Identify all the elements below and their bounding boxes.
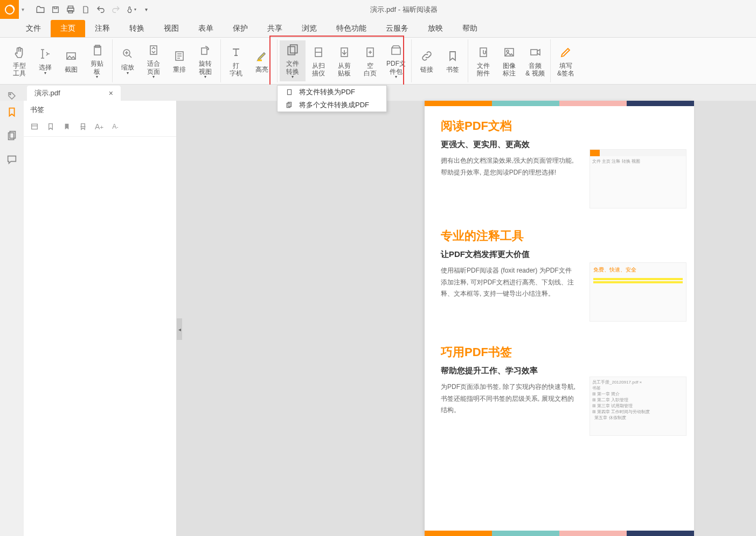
- image-annot-button[interactable]: 图像 标注: [496, 40, 522, 81]
- app-menu-dropdown-icon[interactable]: ▾: [19, 0, 27, 19]
- fill-sign-button[interactable]: 填写 &签名: [553, 40, 579, 81]
- doc-section-1: 阅读PDF文档 更强大、更实用、更高效 拥有出色的文档渲染效果,强大的页面管理功…: [425, 106, 694, 184]
- redo-icon[interactable]: [110, 4, 121, 15]
- print-icon[interactable]: [65, 4, 76, 15]
- page-stripe-bottom: [425, 531, 694, 536]
- fit-page-icon: [146, 43, 161, 58]
- close-tab-icon[interactable]: ×: [109, 89, 113, 98]
- reflow-icon: [172, 48, 187, 64]
- panel-toolbar: A+ A-: [24, 119, 176, 137]
- menu-convert[interactable]: 转换: [120, 20, 154, 37]
- section-heading: 阅读PDF文档: [441, 118, 678, 134]
- fit-page-button[interactable]: 适合 页面▾: [141, 40, 167, 81]
- reflow-button[interactable]: 重排: [167, 40, 192, 81]
- zoom-icon: [120, 46, 135, 61]
- undo-icon[interactable]: [95, 4, 106, 15]
- snapshot-icon: [64, 48, 79, 64]
- panel-delete-icon[interactable]: [78, 121, 88, 132]
- menu-help[interactable]: 帮助: [453, 20, 487, 37]
- menu-cloud[interactable]: 云服务: [376, 20, 418, 37]
- open-folder-icon[interactable]: [35, 4, 46, 15]
- section-body: 为PDF页面添加书签, 除了实现内容的快速导航,书签还能指明不同书签的层级关系,…: [441, 381, 575, 416]
- menu-comment[interactable]: 注释: [85, 20, 120, 37]
- snapshot-button[interactable]: 截图: [58, 40, 84, 81]
- rail-bookmark-icon[interactable]: [5, 105, 19, 119]
- svg-point-20: [507, 50, 509, 52]
- panel-new-bookmark-icon[interactable]: [61, 121, 72, 132]
- file-convert-icon: [285, 43, 300, 58]
- panel-collapse-handle[interactable]: ◂: [177, 318, 182, 340]
- package-icon: [389, 43, 404, 58]
- pdf-page: 阅读PDF文档 更强大、更实用、更高效 拥有出色的文档渲染效果,强大的页面管理功…: [425, 101, 694, 536]
- file-convert-dropdown: 将文件转换为PDF 将多个文件转换成PDF: [277, 85, 387, 112]
- page-stripe: [425, 101, 694, 106]
- zoom-button[interactable]: 缩放▾: [115, 40, 141, 81]
- menu-form[interactable]: 表单: [189, 20, 223, 37]
- blank-page-icon: [363, 45, 378, 60]
- from-scanner-button[interactable]: 从扫 描仪: [306, 40, 331, 81]
- section-thumbnail: 文件 主页 注释 转换 视图: [589, 149, 686, 208]
- document-viewport[interactable]: ◂ 阅读PDF文档 更强大、更实用、更高效 拥有出色的文档渲染效果,强大的页面管…: [177, 101, 756, 536]
- menu-slideshow[interactable]: 放映: [418, 20, 453, 37]
- page-icon[interactable]: [80, 4, 91, 15]
- section-body: 拥有出色的文档渲染效果,强大的页面管理功能,帮助提升效率, 是您阅读PDF的理想…: [441, 155, 575, 178]
- main-area: 书签 A+ A- ◂ 阅读PDF文档 更强大、更实用、更高效 拥有出色的文档渲染…: [0, 101, 756, 536]
- file-attach-button[interactable]: 文件 附件: [470, 40, 496, 81]
- typewriter-icon: [228, 45, 244, 60]
- image-icon: [502, 45, 517, 60]
- document-tab[interactable]: 演示.pdf ×: [27, 86, 121, 101]
- panel-font-inc-icon[interactable]: A+: [94, 121, 105, 132]
- docs-icon: [285, 101, 294, 109]
- panel-add-bookmark-icon[interactable]: [45, 121, 56, 132]
- menu-feature[interactable]: 特色功能: [327, 20, 376, 37]
- blank-page-button[interactable]: 空 白页: [357, 40, 383, 81]
- select-button[interactable]: 选择▾: [32, 40, 58, 81]
- rail-pages-icon[interactable]: [5, 129, 19, 143]
- menu-protect[interactable]: 保护: [223, 20, 258, 37]
- menu-view[interactable]: 视图: [154, 20, 189, 37]
- link-icon: [419, 48, 434, 64]
- svg-rect-22: [288, 89, 292, 94]
- highlight-button[interactable]: 高亮: [249, 40, 275, 81]
- menu-home[interactable]: 主页: [51, 20, 85, 37]
- section-heading: 巧用PDF书签: [441, 344, 678, 360]
- touch-icon[interactable]: ▾: [126, 4, 136, 15]
- menu-file[interactable]: 文件: [16, 20, 51, 37]
- scanner-icon: [311, 45, 326, 60]
- typewriter-button[interactable]: 打 字机: [223, 40, 249, 81]
- section-subheading: 更强大、更实用、更高效: [441, 140, 678, 150]
- menu-browse[interactable]: 浏览: [292, 20, 327, 37]
- svg-rect-14: [290, 45, 297, 53]
- tab-label: 演示.pdf: [34, 88, 60, 98]
- bookmark-button[interactable]: 书签: [440, 40, 466, 81]
- qat-more-icon[interactable]: ▾: [141, 4, 151, 15]
- rotate-view-button[interactable]: 旋转 视图▾: [192, 40, 218, 81]
- clipboard-button[interactable]: 剪贴 板▾: [84, 40, 110, 81]
- file-convert-button[interactable]: 文件 转换▾: [280, 40, 306, 81]
- svg-rect-1: [53, 6, 59, 12]
- from-clipboard-button[interactable]: 从剪 贴板: [331, 40, 357, 81]
- save-icon[interactable]: [50, 4, 61, 15]
- convert-file-to-pdf[interactable]: 将文件转换为PDF: [278, 86, 386, 99]
- quick-access-toolbar: ▾ ▾: [27, 4, 159, 15]
- tag-icon[interactable]: [7, 91, 17, 101]
- side-rail: [0, 101, 24, 536]
- app-logo-icon: [0, 0, 19, 19]
- from-clipboard-icon: [337, 45, 352, 60]
- pdf-package-button[interactable]: PDF文 件包▾: [383, 40, 409, 81]
- link-button[interactable]: 链接: [414, 40, 440, 81]
- convert-multiple-to-pdf[interactable]: 将多个文件转换成PDF: [278, 99, 386, 112]
- select-icon: [38, 46, 53, 61]
- menu-share[interactable]: 共享: [258, 20, 292, 37]
- ribbon: 手型 工具 选择▾ 截图 剪贴 板▾ 缩放▾ 适合 页面▾ 重排 旋转 视图▾ …: [0, 37, 756, 85]
- panel-list-icon[interactable]: [29, 121, 40, 132]
- bookmarks-panel: 书签 A+ A-: [24, 101, 177, 536]
- doc-section-3: 巧用PDF书签 帮助您提升工作、学习效率 为PDF页面添加书签, 除了实现内容的…: [425, 332, 694, 422]
- highlight-icon: [254, 48, 269, 64]
- rail-comments-icon[interactable]: [5, 152, 19, 166]
- audio-video-button[interactable]: 音频 & 视频: [522, 40, 548, 81]
- panel-font-dec-icon[interactable]: A-: [110, 121, 121, 132]
- doc-icon: [285, 88, 294, 96]
- rotate-icon: [198, 43, 213, 58]
- hand-tool-button[interactable]: 手型 工具: [6, 40, 32, 81]
